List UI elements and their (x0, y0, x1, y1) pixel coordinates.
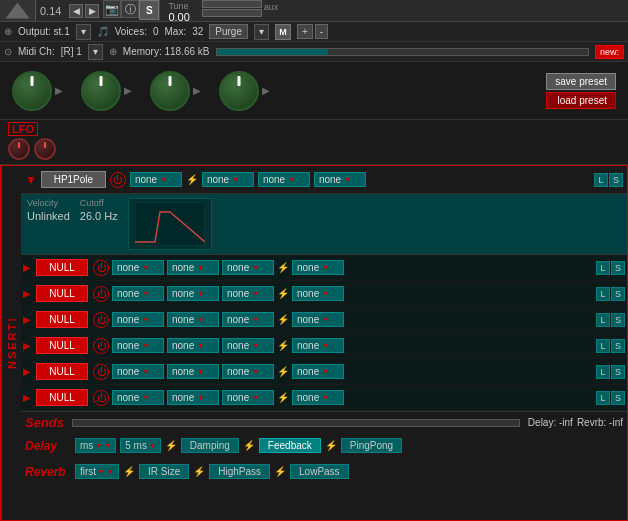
knob-4[interactable] (219, 71, 259, 111)
insert-row-1-expand[interactable]: ▶ (23, 288, 33, 299)
filter-expand-arrow[interactable]: ▼ (25, 173, 37, 187)
save-preset-btn[interactable]: save preset (546, 73, 616, 90)
insert-row-5-dd1[interactable]: none ▼ (112, 390, 164, 405)
insert-row-3-power[interactable]: ⏻ (93, 338, 109, 354)
insert-row-3-name[interactable]: NULL (36, 337, 88, 354)
delay-value-dd[interactable]: 5 ms ▼ (120, 438, 161, 453)
insert-row-5-power[interactable]: ⏻ (93, 390, 109, 406)
reverb-irsize-btn[interactable]: IR Size (139, 464, 189, 479)
insert-row-0-dd3[interactable]: none ▼ (222, 260, 274, 275)
insert-row-1-l-btn[interactable]: L (596, 287, 610, 301)
insert-row-3-dd1[interactable]: none ▼ (112, 338, 164, 353)
insert-row-2-dd4[interactable]: none ▼ (292, 312, 344, 327)
play-btn-2[interactable]: ▶ (124, 85, 132, 96)
insert-row-0-power[interactable]: ⏻ (93, 260, 109, 276)
info-btn[interactable]: ⓘ (121, 0, 139, 18)
insert-row-0-s-btn[interactable]: S (611, 261, 625, 275)
insert-row-5-s-btn[interactable]: S (611, 391, 625, 405)
zoom-out-btn[interactable]: - (315, 24, 328, 39)
insert-row-1-dd3[interactable]: none ▼ (222, 286, 274, 301)
load-preset-btn[interactable]: load preset (546, 92, 616, 109)
purge-dropdown[interactable]: ▾ (254, 24, 269, 40)
insert-row-4-power[interactable]: ⏻ (93, 364, 109, 380)
insert-row-2-l-btn[interactable]: L (596, 313, 610, 327)
insert-row-3-expand[interactable]: ▶ (23, 340, 33, 351)
filter-dd-4[interactable]: none ▼ (314, 172, 366, 187)
camera-btn[interactable]: 📷 (103, 0, 121, 18)
insert-row-5-dd4[interactable]: none ▼ (292, 390, 344, 405)
new-btn[interactable]: new: (595, 45, 624, 59)
insert-row-4-s-btn[interactable]: S (611, 365, 625, 379)
insert-row-5-dd3[interactable]: none ▼ (222, 390, 274, 405)
insert-row-5-expand[interactable]: ▶ (23, 392, 33, 403)
insert-row-5-l-btn[interactable]: L (596, 391, 610, 405)
insert-row-1-dd1[interactable]: none ▼ (112, 286, 164, 301)
insert-row-1-power[interactable]: ⏻ (93, 286, 109, 302)
insert-row-2-dd1[interactable]: none ▼ (112, 312, 164, 327)
filter-type-btn[interactable]: HP1Pole (41, 171, 106, 188)
insert-row-5-dd2[interactable]: none ▼ (167, 390, 219, 405)
insert-row-0-l-btn[interactable]: L (596, 261, 610, 275)
filter-dd-3[interactable]: none ▼ (258, 172, 310, 187)
purge-btn[interactable]: Purge (209, 24, 248, 39)
insert-row-1-s-btn[interactable]: S (611, 287, 625, 301)
insert-row-4-dd2[interactable]: none ▼ (167, 364, 219, 379)
filter-s-btn[interactable]: S (609, 173, 623, 187)
delay-damping-btn[interactable]: Damping (181, 438, 239, 453)
insert-row-2-power[interactable]: ⏻ (93, 312, 109, 328)
insert-row-4-dd1[interactable]: none ▼ (112, 364, 164, 379)
delay-pingpong-btn[interactable]: PingPong (341, 438, 402, 453)
reverb-unit-dd[interactable]: first ▼ ▼ (75, 464, 119, 479)
knob-1[interactable] (12, 71, 52, 111)
insert-row-0-name[interactable]: NULL (36, 259, 88, 276)
aux-area: aux (262, 0, 281, 21)
reverb-lowpass-btn[interactable]: LowPass (290, 464, 349, 479)
insert-row-4-dd3[interactable]: none ▼ (222, 364, 274, 379)
next-arrow-btn[interactable]: ▶ (85, 4, 99, 18)
insert-row-0-dd4[interactable]: none ▼ (292, 260, 344, 275)
insert-row-3-dd4[interactable]: none ▼ (292, 338, 344, 353)
play-btn-1[interactable]: ▶ (55, 85, 63, 96)
insert-row-2-dd3[interactable]: none ▼ (222, 312, 274, 327)
lfo-knob-2[interactable] (34, 138, 56, 160)
insert-row-0-dd2[interactable]: none ▼ (167, 260, 219, 275)
insert-row-4-dd4[interactable]: none ▼ (292, 364, 344, 379)
insert-row-1-dd4[interactable]: none ▼ (292, 286, 344, 301)
knob-3[interactable] (150, 71, 190, 111)
prev-arrow-btn[interactable]: ◀ (69, 4, 83, 18)
s-button[interactable]: S (139, 0, 159, 20)
insert-row-5-name[interactable]: NULL (36, 389, 88, 406)
insert-row-4-l-btn[interactable]: L (596, 365, 610, 379)
tune-bar-2[interactable] (202, 9, 262, 17)
knob-2[interactable] (81, 71, 121, 111)
filter-l-btn[interactable]: L (594, 173, 608, 187)
play-btn-4[interactable]: ▶ (262, 85, 270, 96)
insert-row-2-dd2[interactable]: none ▼ (167, 312, 219, 327)
m-button[interactable]: M (275, 24, 291, 40)
insert-row-1-name[interactable]: NULL (36, 285, 88, 302)
filter-dd-2[interactable]: none ▼ (202, 172, 254, 187)
insert-row-3-dd3[interactable]: none ▼ (222, 338, 274, 353)
insert-row-4-name[interactable]: NULL (36, 363, 88, 380)
insert-row-4-expand[interactable]: ▶ (23, 366, 33, 377)
filter-power-btn[interactable]: ⏻ (110, 172, 126, 188)
insert-row-0-expand[interactable]: ▶ (23, 262, 33, 273)
filter-dd-1[interactable]: none ▼ (130, 172, 182, 187)
insert-row-3-s-btn[interactable]: S (611, 339, 625, 353)
insert-row-2-s-btn[interactable]: S (611, 313, 625, 327)
insert-row-3-l-btn[interactable]: L (596, 339, 610, 353)
insert-row-0-dd1[interactable]: none ▼ (112, 260, 164, 275)
play-btn-3[interactable]: ▶ (193, 85, 201, 96)
delay-feedback-btn[interactable]: Feedback (259, 438, 321, 453)
midi-dropdown[interactable]: ▾ (88, 44, 103, 60)
delay-unit-dd[interactable]: ms ▼ ▼ (75, 438, 116, 453)
zoom-in-btn[interactable]: + (297, 24, 313, 39)
insert-row-2-name[interactable]: NULL (36, 311, 88, 328)
tune-bar-1[interactable] (202, 0, 262, 8)
insert-row-3-dd2[interactable]: none ▼ (167, 338, 219, 353)
insert-row-1-dd2[interactable]: none ▼ (167, 286, 219, 301)
insert-row-2-expand[interactable]: ▶ (23, 314, 33, 325)
lfo-knob-1[interactable] (8, 138, 30, 160)
output-dropdown[interactable]: ▾ (76, 24, 91, 40)
reverb-highpass-btn[interactable]: HighPass (209, 464, 270, 479)
